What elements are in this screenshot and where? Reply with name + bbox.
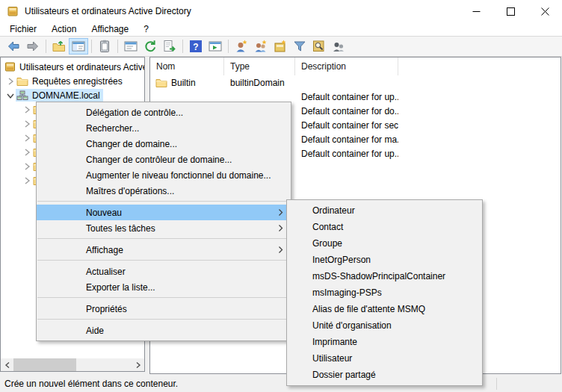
chevron-down-icon[interactable] — [5, 90, 16, 102]
tree-item-label: Requêtes enregistrées — [32, 76, 123, 87]
submenu-item[interactable]: Imprimante — [287, 334, 482, 350]
context-menu-item[interactable]: Affichage — [37, 242, 291, 258]
properties-clipboard-icon — [97, 39, 112, 54]
submenu-item[interactable]: Ordinateur — [287, 202, 482, 219]
row-type: builtinDomain — [224, 78, 295, 88]
context-menu-item[interactable]: Exporter la liste... — [37, 279, 291, 295]
list-header: Nom Type Description — [150, 57, 561, 75]
submenu-item[interactable]: Groupe — [287, 235, 482, 252]
titlebar: Utilisateurs et ordinateurs Active Direc… — [0, 0, 562, 22]
new-submenu: Ordinateur Contact Groupe InetOrgPerson … — [286, 199, 483, 386]
context-menu-item[interactable]: Maîtres d'opérations... — [37, 183, 291, 199]
context-menu-item[interactable]: Augmenter le niveau fonctionnel du domai… — [37, 167, 291, 183]
app-window-icon[interactable] — [7, 5, 19, 17]
maximize-button[interactable] — [493, 0, 528, 22]
table-row[interactable]: Builtin builtinDomain — [150, 75, 561, 90]
horizontal-scrollbar[interactable] — [1, 358, 144, 371]
column-header[interactable]: Type — [224, 57, 295, 75]
scroll-right-arrow-icon[interactable] — [132, 358, 144, 371]
column-header[interactable]: Description — [295, 57, 398, 75]
tree-item[interactable]: DOMNAME.local — [1, 88, 144, 102]
minimize-button[interactable] — [459, 0, 493, 22]
context-menu-item[interactable]: Changer de contrôleur de domaine... — [37, 152, 291, 167]
toolbar-separator — [46, 40, 46, 53]
console-window-button[interactable] — [206, 38, 225, 55]
menubar-item-label: Action — [52, 24, 76, 34]
new-organizational-unit-icon — [273, 39, 288, 54]
submenu-item-label: Alias de file d'attente MSMQ — [312, 304, 425, 314]
submenu-item[interactable]: Alias de file d'attente MSMQ — [287, 301, 482, 317]
submenu-item[interactable]: msDS-ShadowPrincipalContainer — [287, 268, 482, 284]
refresh-icon — [143, 39, 158, 54]
submenu-item[interactable]: Contact — [287, 219, 482, 235]
context-menu-item[interactable]: Aide — [37, 323, 291, 338]
menubar-item[interactable]: Action — [44, 22, 84, 36]
submenu-item[interactable]: Utilisateur — [287, 350, 482, 367]
chevron-right-icon[interactable] — [22, 146, 32, 158]
list-window-button[interactable] — [121, 38, 140, 55]
row-name: Builtin — [171, 78, 196, 88]
scroll-left-arrow-icon[interactable] — [1, 358, 13, 371]
context-menu-item[interactable]: Propriétés — [37, 301, 291, 317]
column-header-label: Description — [301, 61, 346, 72]
context-menu-item[interactable]: Toutes les tâches — [37, 220, 291, 236]
help-button[interactable]: ? — [186, 38, 206, 55]
tree-item[interactable]: Requêtes enregistrées — [1, 74, 144, 88]
scrollbar-thumb[interactable] — [13, 358, 76, 371]
refresh-button[interactable] — [140, 38, 160, 55]
submenu-item[interactable]: Unité d'organisation — [287, 317, 482, 334]
new-group-icon — [253, 39, 268, 54]
folder-icon — [155, 78, 167, 87]
back-button[interactable] — [4, 38, 23, 55]
filter-button[interactable] — [290, 38, 309, 55]
export-list-button[interactable] — [160, 38, 179, 55]
up-one-level-icon — [52, 39, 67, 54]
group-members-icon — [331, 39, 346, 54]
chevron-right-icon[interactable] — [22, 175, 32, 187]
submenu-item-label: Imprimante — [312, 337, 357, 347]
new-group-button[interactable] — [251, 38, 271, 55]
context-menu-item[interactable]: Changer de domaine... — [37, 136, 291, 152]
new-user-button[interactable] — [232, 38, 251, 55]
context-menu-item[interactable]: Rechercher... — [37, 120, 291, 136]
chevron-right-icon[interactable] — [22, 161, 32, 172]
submenu-arrow-icon — [278, 224, 283, 232]
row-description: Default container for up... — [295, 149, 398, 159]
submenu-item-label: InetOrgPerson — [312, 255, 371, 265]
show-console-tree-icon — [71, 39, 86, 54]
properties-clipboard-button[interactable] — [95, 38, 114, 55]
menubar-item[interactable]: Fichier — [2, 22, 44, 36]
tree-item-label: DOMNAME.local — [32, 90, 100, 101]
new-organizational-unit-button[interactable] — [271, 38, 290, 55]
forward-button[interactable] — [23, 38, 43, 55]
tree-item[interactable]: Utilisateurs et ordinateurs Active — [1, 60, 144, 74]
submenu-item[interactable]: Dossier partagé — [287, 367, 482, 383]
menubar-item[interactable]: Affichage — [84, 22, 136, 36]
context-menu-item[interactable]: Délégation de contrôle... — [37, 105, 291, 120]
submenu-item[interactable]: msImaging-PSPs — [287, 284, 482, 301]
menu-separator — [37, 238, 290, 239]
up-one-level-button[interactable] — [49, 38, 69, 55]
chevron-right-icon[interactable] — [22, 118, 32, 130]
menu-item-label: Propriétés — [86, 304, 127, 314]
find-button[interactable] — [309, 38, 329, 55]
chevron-right-icon[interactable] — [22, 104, 32, 116]
menu-item-label: Toutes les tâches — [86, 223, 155, 234]
column-header[interactable]: Nom — [150, 57, 224, 75]
back-icon — [6, 39, 21, 54]
group-members-button[interactable] — [329, 38, 348, 55]
toolbar-separator — [117, 40, 118, 53]
svg-text:?: ? — [193, 42, 198, 52]
show-console-tree-button[interactable] — [69, 38, 88, 55]
context-menu-item[interactable]: Nouveau — [37, 205, 291, 220]
row-description: Default container for ma... — [295, 134, 398, 145]
folder-icon — [16, 76, 28, 86]
chevron-right-icon[interactable] — [22, 132, 32, 144]
chevron-right-icon[interactable] — [5, 75, 16, 87]
context-menu-item[interactable]: Actualiser — [37, 264, 291, 279]
submenu-item[interactable]: InetOrgPerson — [287, 252, 482, 268]
menu-item-label: Changer de domaine... — [86, 139, 177, 149]
close-button[interactable] — [528, 0, 562, 22]
export-list-icon — [162, 39, 177, 54]
menubar-item[interactable]: ? — [136, 22, 156, 36]
